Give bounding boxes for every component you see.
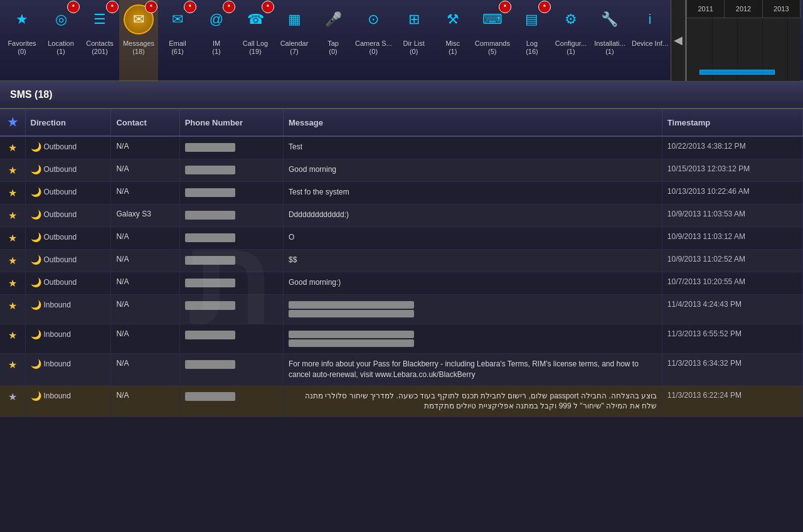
nav-item-email[interactable]: *✉Email(61) — [158, 0, 197, 81]
star-cell[interactable]: ★ — [0, 295, 25, 324]
timestamp-cell: 10/9/2013 11:02:52 AM — [662, 250, 802, 272]
nav-item-cameras[interactable]: ⊙Camera S...(0) — [353, 0, 395, 81]
contact-cell: N/A — [111, 136, 179, 159]
nav-label-misc: Misc(1) — [445, 40, 460, 56]
nav-label-commands: Commands(5) — [475, 40, 510, 56]
table-row: ★🌙InboundN/A 11/3/2013 6:55:52 PM — [0, 324, 803, 354]
direction-text: Inbound — [44, 391, 71, 400]
nav-icon-misc: ⚒ — [438, 4, 468, 35]
direction-text: Inbound — [44, 301, 71, 309]
table-row: ★🌙OutboundN/A Test fo the system10/13/20… — [0, 182, 803, 205]
phone-cell — [179, 250, 283, 272]
sms-table: ★ Direction Contact Phone Number Message… — [0, 109, 803, 417]
timeline-area: 201120122013 — [686, 0, 800, 81]
nav-icon-wrap-log: *▤ — [516, 3, 548, 36]
content-area: SMS (18) ת ★ Direction Contact Phone Num… — [0, 82, 803, 532]
nav-item-location[interactable]: *◎Location(1) — [41, 0, 80, 81]
timestamp-cell: 11/3/2013 6:55:52 PM — [662, 324, 802, 354]
star-cell[interactable]: ★ — [0, 250, 25, 272]
table-row: ★🌙OutboundN/A Good morning:)10/7/2013 10… — [0, 272, 803, 295]
nav-label-messages: Messages(18) — [123, 40, 154, 56]
nav-label-im: IM(1) — [212, 40, 220, 56]
message-cell: O — [283, 227, 662, 250]
direction-text: Inbound — [44, 330, 71, 339]
star-cell[interactable]: ★ — [0, 159, 25, 182]
table-row: ★🌙OutboundN/A $$10/9/2013 11:02:52 AM — [0, 250, 803, 272]
phone-cell — [179, 295, 283, 324]
phone-cell — [179, 354, 283, 386]
dir-icon: 🌙 — [31, 232, 41, 242]
nav-item-favorites[interactable]: ★Favorites(0) — [3, 0, 41, 81]
timestamp-cell: 10/15/2013 12:03:12 PM — [662, 159, 802, 182]
nav-item-configure[interactable]: ⚙Configur...(1) — [551, 0, 590, 81]
phone-cell — [179, 136, 283, 159]
nav-item-tap[interactable]: 🎤Tap(0) — [314, 0, 353, 81]
timeline-grid — [687, 18, 800, 81]
direction-text: Outbound — [44, 255, 77, 264]
nav-item-misc[interactable]: ⚒Misc(1) — [433, 0, 472, 81]
table-row: ★🌙OutboundN/A Test10/22/2013 4:38:12 PM — [0, 136, 803, 159]
direction-cell: 🌙Outbound — [25, 250, 111, 272]
nav-item-calllog[interactable]: *☎Call Log(19) — [236, 0, 275, 81]
direction-cell: 🌙Inbound — [25, 385, 111, 417]
star-cell[interactable]: ★ — [0, 385, 25, 417]
nav-item-calendar[interactable]: ▦Calendar(7) — [275, 0, 314, 81]
dir-icon: 🌙 — [31, 300, 41, 310]
table-row: ★🌙InboundN/A בוצע בהצלחה. החבילה passpor… — [0, 385, 803, 417]
nav-label-email: Email(61) — [169, 40, 186, 56]
direction-cell: 🌙Outbound — [25, 136, 111, 159]
nav-badge-log: * — [538, 1, 551, 13]
timeline-arrow[interactable]: ◀ — [671, 0, 686, 81]
direction-text: Outbound — [44, 142, 77, 151]
col-timestamp: Timestamp — [662, 109, 802, 136]
nav-label-location: Location(1) — [48, 40, 74, 56]
nav-label-cameras: Camera S...(0) — [355, 40, 392, 56]
message-cell: Test — [283, 136, 662, 159]
nav-label-favorites: Favorites(0) — [8, 40, 36, 56]
phone-cell — [179, 182, 283, 205]
star-cell[interactable]: ★ — [0, 227, 25, 250]
nav-item-installation[interactable]: 🔧Installati...(1) — [590, 0, 629, 81]
nav-item-commands[interactable]: *⌨Commands(5) — [472, 0, 513, 81]
nav-icon-wrap-commands: *⌨ — [476, 3, 509, 36]
message-cell: Test fo the system — [283, 182, 662, 205]
direction-text: Outbound — [44, 210, 77, 219]
star-cell[interactable]: ★ — [0, 205, 25, 227]
col-message: Message — [283, 109, 662, 136]
star-cell[interactable]: ★ — [0, 182, 25, 205]
nav-item-dirlist[interactable]: ⊞Dir List(0) — [395, 0, 433, 81]
timestamp-cell: 11/4/2013 4:24:43 PM — [662, 295, 802, 324]
phone-blurred — [185, 331, 235, 339]
message-cell: Ddddddddddddd:) — [283, 205, 662, 227]
direction-text: Outbound — [44, 278, 77, 287]
star-cell[interactable]: ★ — [0, 354, 25, 386]
nav-item-contacts[interactable]: *☰Contacts(201) — [80, 0, 119, 81]
star-cell[interactable]: ★ — [0, 272, 25, 295]
timeline-year-2012: 2012 — [725, 0, 762, 18]
nav-item-log[interactable]: *▤Log(16) — [513, 0, 551, 81]
direction-cell: 🌙Inbound — [25, 354, 111, 386]
dir-icon: 🌙 — [31, 164, 41, 174]
contact-cell: N/A — [111, 182, 179, 205]
dir-icon: 🌙 — [31, 210, 41, 220]
nav-item-deviceinfo[interactable]: iDevice Inf... — [629, 0, 671, 81]
top-nav: ★Favorites(0)*◎Location(1)*☰Contacts(201… — [0, 0, 803, 82]
message-cell: Good morning:) — [283, 272, 662, 295]
star-cell[interactable]: ★ — [0, 136, 25, 159]
dir-icon: 🌙 — [31, 329, 41, 339]
col-direction: Direction — [25, 109, 111, 136]
nav-icon-tap: 🎤 — [318, 4, 348, 35]
message-cell: $$ — [283, 250, 662, 272]
nav-icon-wrap-tap: 🎤 — [317, 3, 349, 36]
message-cell — [283, 295, 662, 324]
nav-icon-wrap-email: *✉ — [161, 3, 194, 36]
phone-blurred — [185, 301, 235, 310]
contact-cell: N/A — [111, 159, 179, 182]
star-cell[interactable]: ★ — [0, 324, 25, 354]
message-cell — [283, 324, 662, 354]
timestamp-cell: 10/22/2013 4:38:12 PM — [662, 136, 802, 159]
phone-blurred — [185, 233, 235, 242]
nav-item-messages[interactable]: *✉Messages(18) — [119, 0, 158, 81]
nav-icon-deviceinfo: i — [635, 4, 665, 35]
nav-item-im[interactable]: *@IM(1) — [197, 0, 236, 81]
